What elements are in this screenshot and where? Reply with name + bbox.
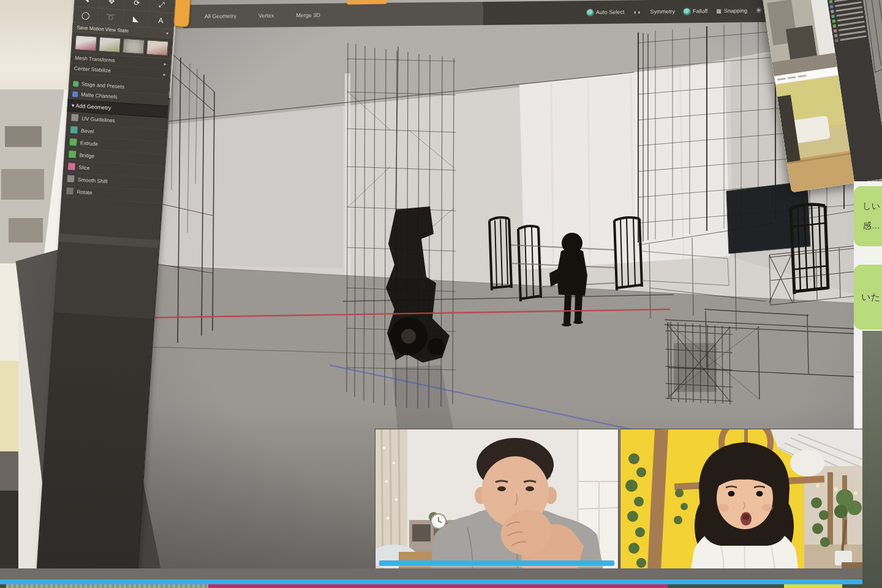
sidebar-footer bbox=[58, 233, 159, 248]
tool-swatch-icon bbox=[67, 162, 76, 171]
polygon-tool-icon[interactable]: ◣ bbox=[123, 10, 149, 27]
tool-swatch-icon bbox=[69, 138, 78, 146]
video-tile-participant-1[interactable] bbox=[375, 429, 619, 570]
snapping-button[interactable]: ▦ Snapping bbox=[716, 7, 747, 14]
screen-photo: ⬉ ✥ ⟳ ⤢ ◯ ➰ ◣ A Save Motion View State ▾… bbox=[0, 0, 882, 588]
magenta-strip bbox=[208, 584, 668, 588]
preset-thumb[interactable] bbox=[75, 35, 97, 51]
chevron-right-icon: ▸ bbox=[163, 71, 166, 77]
checkbox-icon bbox=[73, 81, 79, 87]
chevron-down-icon: ▾ bbox=[72, 102, 75, 108]
preset-thumb[interactable] bbox=[123, 38, 145, 54]
active-tool-highlight[interactable] bbox=[173, 0, 191, 28]
selection-mode-label[interactable]: Vertex bbox=[258, 12, 274, 18]
checkbox-icon bbox=[72, 91, 78, 97]
yellow-strip bbox=[784, 584, 842, 588]
orb-icon bbox=[587, 9, 594, 16]
call-app-border bbox=[0, 579, 882, 584]
viewport-top-tab[interactable] bbox=[347, 0, 387, 5]
scale-tool-icon[interactable]: ⤢ bbox=[149, 0, 175, 13]
preset-thumb[interactable] bbox=[146, 40, 169, 56]
preset-thumb[interactable] bbox=[99, 37, 121, 53]
move-tool-icon[interactable]: ✥ bbox=[99, 0, 126, 9]
tool-swatch-icon bbox=[70, 113, 79, 122]
text-tool-icon[interactable]: A bbox=[148, 12, 175, 29]
falloff-button[interactable]: Falloff bbox=[684, 8, 707, 15]
chat-message-bubble: いた bbox=[854, 265, 882, 330]
circle-tool-icon[interactable]: ◯ bbox=[73, 7, 99, 24]
participant-2-webcam bbox=[620, 429, 864, 570]
chat-message-text: いた bbox=[858, 292, 880, 303]
merge-mode-label[interactable]: Merge 3D bbox=[296, 12, 320, 18]
chat-message-text: しい bbox=[858, 201, 880, 212]
symmetry-button[interactable]: Symmetry bbox=[650, 9, 675, 15]
tool-swatch-icon bbox=[66, 187, 74, 195]
curve-tool-icon[interactable]: ➰ bbox=[98, 9, 124, 26]
tool-swatch-icon bbox=[70, 126, 78, 134]
auto-select-button[interactable]: Auto·Select bbox=[587, 9, 625, 16]
chevron-down-icon: ▾ bbox=[166, 31, 169, 36]
background-right bbox=[862, 331, 882, 588]
orb-icon bbox=[684, 8, 690, 15]
desk-texture bbox=[6, 584, 208, 588]
desk-background-strip bbox=[0, 584, 882, 588]
video-tile-participant-2[interactable] bbox=[620, 429, 864, 570]
participant-1-webcam bbox=[375, 429, 619, 570]
chat-message-bubble: しい 感… bbox=[854, 186, 882, 246]
reference-photo-room bbox=[763, 0, 837, 76]
chat-message-text: 感… bbox=[858, 221, 880, 232]
grid-icon: ▦ bbox=[716, 8, 722, 14]
rotate-tool-icon[interactable]: ⟳ bbox=[124, 0, 151, 11]
tool-swatch-icon bbox=[68, 150, 77, 159]
speaking-indicator bbox=[379, 560, 614, 566]
tool-swatch-icon bbox=[67, 175, 75, 183]
mode-toolbar: Auto·Select ◖◗ Symmetry Falloff ▦ Snappi… bbox=[587, 6, 772, 17]
snowflake-icon[interactable]: ✳ bbox=[756, 6, 762, 15]
window-bottom-strip bbox=[0, 568, 864, 579]
viewport-mode-label[interactable]: All Geometry bbox=[205, 13, 236, 20]
chevron-right-icon: ▸ bbox=[164, 61, 167, 66]
toggle-pair-icon[interactable]: ◖◗ bbox=[633, 9, 641, 15]
